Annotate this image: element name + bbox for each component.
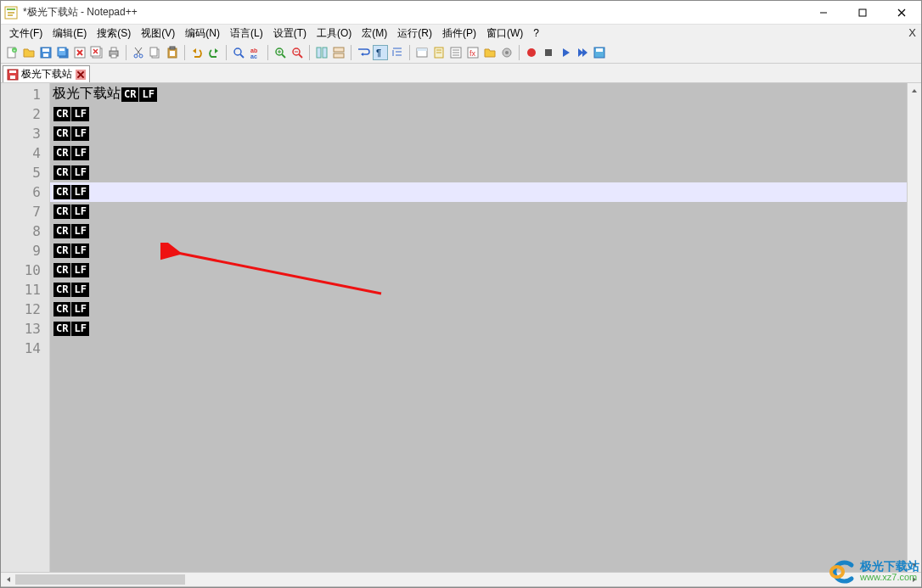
toolbar-separator	[184, 45, 185, 60]
doc-list-icon[interactable]	[448, 45, 464, 60]
undo-icon[interactable]	[189, 45, 205, 60]
zoom-in-icon[interactable]	[273, 45, 288, 60]
svg-rect-32	[170, 47, 175, 49]
editor-line[interactable]: CRLF	[50, 319, 921, 339]
menu-help[interactable]: ?	[528, 26, 544, 40]
menu-language[interactable]: 语言(L)	[225, 25, 268, 42]
open-file-icon[interactable]	[21, 45, 37, 60]
toolbar-separator	[126, 45, 126, 60]
scroll-left-icon[interactable]	[1, 573, 15, 586]
watermark-title: 极光下载站	[860, 561, 919, 572]
watermark-url: www.xz7.com	[860, 572, 919, 583]
close-button[interactable]	[882, 1, 921, 24]
save-macro-icon[interactable]	[592, 45, 607, 60]
text-editor[interactable]: 极光下载站CRLFCRLFCRLFCRLFCRLFCRLFCRLFCRLFCRL…	[50, 83, 921, 572]
line-number: 13	[1, 319, 41, 339]
monitor-icon[interactable]	[499, 45, 514, 60]
menu-run[interactable]: 运行(R)	[392, 25, 437, 42]
cut-icon[interactable]	[131, 45, 146, 60]
scroll-track-h[interactable]	[15, 573, 907, 586]
scroll-up-icon[interactable]	[908, 83, 921, 98]
save-all-icon[interactable]	[55, 45, 70, 60]
replace-icon[interactable]: abac	[248, 45, 263, 60]
mdi-close-button[interactable]: X	[908, 26, 916, 39]
copy-icon[interactable]	[148, 45, 163, 60]
play-macro-icon[interactable]	[558, 45, 573, 60]
document-tab[interactable]: 极光下载站	[3, 65, 90, 82]
editor-line[interactable]: CRLF	[50, 143, 921, 163]
window-title: *极光下载站 - Notepad++	[23, 5, 804, 20]
editor-line[interactable]: CRLF	[50, 182, 921, 202]
menu-file[interactable]: 文件(F)	[4, 25, 48, 42]
svg-text:fx: fx	[469, 49, 476, 58]
record-macro-icon[interactable]	[524, 45, 539, 60]
folder-workspace-icon[interactable]	[482, 45, 498, 60]
horizontal-scrollbar[interactable]	[1, 572, 921, 586]
scroll-track[interactable]	[908, 98, 921, 557]
editor-line[interactable]: CRLF	[50, 241, 921, 260]
maximize-button[interactable]	[843, 1, 882, 24]
editor-line[interactable]: CRLF	[50, 202, 921, 221]
menu-settings[interactable]: 设置(T)	[268, 25, 312, 42]
sync-v-icon[interactable]	[314, 45, 329, 60]
editor-line[interactable]: 极光下载站CRLF	[50, 85, 921, 104]
svg-text:ac: ac	[250, 53, 257, 59]
line-number: 10	[1, 260, 41, 280]
svg-rect-67	[545, 49, 552, 56]
menu-view[interactable]: 视图(V)	[136, 25, 180, 42]
func-list-icon[interactable]: fx	[465, 45, 481, 60]
title-bar: *极光下载站 - Notepad++	[1, 1, 921, 25]
watermark-icon	[826, 560, 857, 584]
tab-bar: 极光下载站	[1, 64, 921, 82]
redo-icon[interactable]	[206, 45, 222, 60]
editor-line[interactable]: CRLF	[50, 300, 921, 319]
editor-line[interactable]: CRLF	[50, 280, 921, 300]
menu-search[interactable]: 搜索(S)	[92, 25, 136, 42]
close-file-icon[interactable]	[72, 45, 87, 60]
line-number: 12	[1, 300, 41, 319]
minimize-button[interactable]	[804, 1, 843, 24]
vertical-scrollbar[interactable]	[907, 83, 921, 572]
eol-marker: CRLF	[53, 126, 90, 141]
menu-edit[interactable]: 编辑(E)	[48, 25, 92, 42]
stop-macro-icon[interactable]	[541, 45, 556, 60]
editor-line[interactable]: CRLF	[50, 260, 921, 280]
line-number-gutter: 1234567891011121314	[1, 83, 50, 572]
line-number: 8	[1, 221, 41, 241]
editor-line[interactable]	[50, 339, 921, 358]
toolbar-separator	[409, 45, 410, 60]
eol-marker: CRLF	[53, 165, 90, 180]
scroll-thumb[interactable]	[15, 574, 185, 585]
editor-line[interactable]: CRLF	[50, 221, 921, 241]
play-multi-icon[interactable]	[575, 45, 590, 60]
wordwrap-icon[interactable]	[356, 45, 371, 60]
save-icon[interactable]	[38, 45, 53, 60]
eol-marker: CRLF	[53, 322, 90, 336]
menu-encoding[interactable]: 编码(N)	[180, 25, 225, 42]
line-number: 14	[1, 339, 41, 358]
editor-line[interactable]: CRLF	[50, 124, 921, 143]
lang-udl-icon[interactable]	[414, 45, 430, 60]
svg-rect-3	[859, 9, 866, 16]
paste-icon[interactable]	[165, 45, 180, 60]
close-all-icon[interactable]	[89, 45, 104, 60]
find-icon[interactable]	[231, 45, 246, 60]
show-all-chars-icon[interactable]: ¶	[373, 45, 388, 60]
print-icon[interactable]	[106, 45, 121, 60]
zoom-out-icon[interactable]	[290, 45, 305, 60]
indent-guide-icon[interactable]	[390, 45, 405, 60]
new-file-icon[interactable]: +	[4, 45, 20, 60]
svg-rect-72	[10, 76, 15, 79]
menu-window[interactable]: 窗口(W)	[481, 25, 528, 42]
doc-map-icon[interactable]	[431, 45, 447, 60]
tab-close-icon[interactable]	[76, 70, 86, 80]
editor-line[interactable]: CRLF	[50, 104, 921, 124]
toolbar-separator	[267, 45, 268, 60]
toolbar-separator	[519, 45, 520, 60]
menu-plugins[interactable]: 插件(P)	[437, 25, 481, 42]
editor-line[interactable]: CRLF	[50, 163, 921, 182]
sync-h-icon[interactable]	[331, 45, 346, 60]
menu-macro[interactable]: 宏(M)	[357, 25, 392, 42]
svg-rect-30	[150, 48, 157, 56]
menu-tools[interactable]: 工具(O)	[312, 25, 357, 42]
